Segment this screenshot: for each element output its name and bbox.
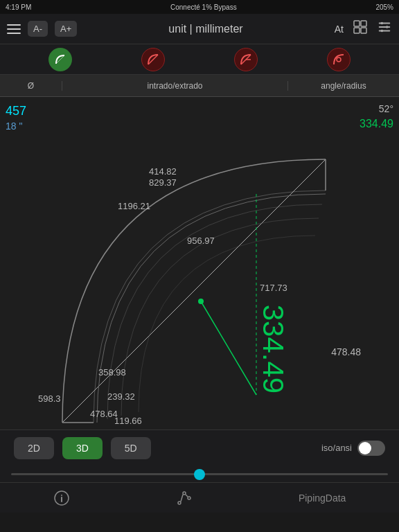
toolbar: A- A+ unit | millimeter At [0,14,399,44]
toolbar-title: unit | millimeter [168,23,242,35]
svg-line-24 [186,495,188,497]
svg-point-22 [188,497,190,499]
brand-nav-label: PipingData [285,487,360,509]
brand-text: PipingData [299,493,346,504]
shape-circle-button[interactable] [48,48,72,71]
device-label: Connecté 1% Bypass [170,3,237,11]
iso-toggle-switch[interactable] [357,441,385,456]
angle-value: 52° [360,103,393,116]
svg-line-12 [201,301,256,395]
dim-label-95697: 956.97 [187,236,215,246]
diameter-unit: 18 " [6,120,26,134]
toggle-knob [359,442,371,454]
radius-value: 334.49 [360,116,393,132]
dim-label-23932: 239.32 [107,391,135,402]
shape-arc-button-2[interactable] [234,48,258,71]
svg-point-6 [380,30,383,33]
battery-label: 205% [375,3,393,11]
svg-point-13 [198,299,204,304]
shape-arc-button-1[interactable] [141,48,165,71]
svg-rect-3 [361,28,366,33]
5d-button[interactable]: 5D [111,437,151,459]
svg-rect-0 [354,21,360,26]
toolbar-left: A- A+ [7,21,77,37]
icon-row [0,44,399,75]
slider-knob[interactable] [194,469,205,480]
time-label: 4:19 PM [6,3,31,11]
dim-label-41482: 414.82 [149,166,177,177]
canvas-area: 457 18 " 52° 334.49 414.82 829.37 1196.2… [0,97,399,429]
dim-label-71773: 717.73 [260,283,287,293]
angle-radius-display: 52° 334.49 [360,103,393,132]
svg-point-21 [183,492,186,495]
dim-label-5983: 598.3 [38,393,61,404]
dim-label-119621: 1196.21 [118,201,150,211]
big-radius-label: 334.49 [256,305,290,393]
arc-drawing [0,97,399,429]
font-decrease-button[interactable]: A- [28,21,48,37]
svg-point-5 [386,26,389,28]
svg-rect-1 [361,21,366,26]
status-bar: 4:19 PM Connecté 1% Bypass 205% [0,0,399,14]
shape-arc-button-3[interactable] [327,48,351,71]
svg-line-23 [181,495,183,502]
svg-point-19 [61,495,62,496]
svg-rect-2 [354,28,360,33]
diameter-value: 457 [6,103,26,120]
diameter-display: 457 18 " [6,103,26,134]
header-angle: angle/radius [288,81,399,91]
3d-button[interactable]: 3D [62,437,103,459]
translate-button[interactable] [352,19,369,39]
svg-point-20 [178,502,181,504]
dim-label-23924: 239.24 [348,428,378,429]
menu-button[interactable] [7,24,21,34]
info-nav-button[interactable] [39,484,84,512]
2d-button[interactable]: 2D [14,437,54,459]
font-increase-button[interactable]: A+ [55,21,77,37]
graph-nav-button[interactable] [162,484,206,512]
iso-label: iso/ansi [321,443,352,453]
svg-point-10 [337,57,341,62]
slider-area [0,466,399,482]
svg-point-4 [380,22,383,25]
toolbar-right: At [335,19,392,39]
dim-label-47864: 478.64 [90,409,118,419]
slider-track[interactable] [11,473,388,475]
dim-label-11966: 119.66 [114,416,142,426]
table-header: Ø intrado/extrado angle/radius [0,75,399,97]
at-label: At [335,24,344,35]
header-intrado: intrado/extrado [62,81,288,91]
dim-label-47848: 478.48 [331,346,361,357]
iso-toggle-area: iso/ansi [321,441,385,456]
settings-button[interactable] [377,19,392,38]
dim-label-35898: 358.98 [98,367,126,378]
bottom-nav: PipingData [0,482,399,513]
dim-label-82937: 829.37 [149,177,177,188]
header-diameter: Ø [0,81,62,91]
bottom-controls: 2D 3D 5D iso/ansi [0,429,399,466]
